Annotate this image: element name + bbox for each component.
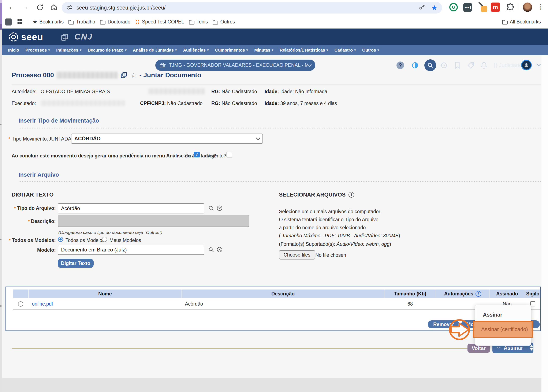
help-icon[interactable]: ? [396,61,405,70]
required-asterisk: * [8,136,10,142]
cpf-row: CPF/CNPJ: Não Cadastrado [140,101,203,106]
bookmark-item-bookmarks[interactable]: ★ Bookmarks [33,19,64,25]
process-number-prefix: Processo 000 [12,71,54,79]
radio-meus-modelos[interactable] [102,237,107,242]
tune-icon[interactable] [66,4,73,12]
apps-grid-icon[interactable] [17,18,23,26]
browser-menu-icon[interactable]: ⋮ [538,3,544,10]
back-icon[interactable]: ← [8,4,15,10]
menu-item-assinar[interactable]: Assinar [483,312,502,318]
nav-item-processos[interactable]: Processos▾ [25,48,50,53]
all-bookmarks[interactable]: All Bookmarks [502,19,541,25]
bookmark-item-outros[interactable]: Outros [212,19,235,25]
chevron-down-icon: ▾ [175,48,177,52]
sim-checkbox[interactable]: ✓ [194,152,200,157]
executado-label: Executado: [12,101,36,106]
nav-item-cadastro[interactable]: Cadastro▾ [334,48,356,53]
tipo-arquivo-input[interactable]: Acórdão [58,203,204,213]
nav-item-decurso-de-prazo[interactable]: Decurso de Prazo▾ [88,48,126,53]
nav-item-outros[interactable]: Outros▾ [362,48,379,53]
bookmark-label: Bookmarks [39,19,64,25]
password-key-icon[interactable] [418,4,426,12]
seeu-gear-icon [8,31,19,42]
row-select-radio[interactable] [18,301,23,307]
radio-todos-label[interactable]: Todos os Modelos [65,238,105,243]
screen: ← → seeu-staging.stg.seeu.pje.jus.br/see… [0,0,548,392]
nav-item-minutas[interactable]: Minutas▾ [254,48,273,53]
bookmarks-separator [28,19,28,25]
url-text[interactable]: seeu-staging.stg.seeu.pje.jus.br/seeu/ [77,5,418,11]
refresh-icon[interactable] [36,3,44,12]
grammarly-extension-icon[interactable]: G [449,3,458,11]
extensions-puzzle-icon[interactable] [506,3,515,13]
tab-group-icon[interactable] [5,18,12,26]
seeu-logo-text: seeu [21,32,43,42]
colorpicker-extension-icon[interactable] [478,2,488,13]
required-asterisk: * [14,206,16,211]
juntada-overlap-icon[interactable] [60,33,69,42]
favorite-star-icon[interactable]: ☆ [130,71,137,79]
court-selector[interactable]: TJMG - GOVERNADOR VALADARES - EXECUCAO P… [155,60,315,71]
no-file-chosen-label: No file chosen [315,252,346,258]
tipo-movimento-select[interactable]: ACÓRDÃO [71,133,263,144]
folder-icon [502,20,508,25]
redacted-process-number [56,72,118,79]
search-icon[interactable] [424,59,436,71]
assinar-options-toggle[interactable] [530,345,534,350]
required-asterisk: * [9,238,11,243]
modelo-input[interactable]: Documento em Branco (Juiz) [58,245,204,255]
search-lookup-icon[interactable] [208,205,214,212]
bookmark-item-tenis[interactable]: Tenis [189,19,208,25]
file-link[interactable]: online.pdf [32,301,53,307]
clear-field-icon[interactable] [216,205,223,212]
nav-item-analise-de-juntadas[interactable]: Análise de Juntadas▾ [133,48,177,53]
menu-item-assinar-certificado[interactable]: Assinar (certificado) [473,321,533,338]
page-scrollbar-area[interactable] [541,55,548,392]
selecionar-line3: a partir do nome do arquivo selecionado. [279,225,367,231]
forward-icon[interactable]: → [22,4,29,10]
bookmark-item-doutorado[interactable]: Doutorado [100,19,130,25]
redacted-value [148,88,205,94]
nav-item-cumprimentos[interactable]: Cumprimentos▾ [215,48,248,53]
address-bar[interactable]: seeu-staging.stg.seeu.pje.jus.br/seeu/ ★ [62,2,442,14]
copy-process-icon[interactable] [120,71,128,79]
history-icon[interactable] [439,61,449,70]
nav-item-audiencias[interactable]: Audiências▾ [183,48,209,53]
selecionar-line5: (Formato(s) Suportado(s): Áudio/Vídeo: w… [279,241,391,247]
profile-chevron-down-icon[interactable] [537,62,541,66]
sigilo-checkbox[interactable] [530,301,535,306]
seeu-logo[interactable]: seeu [8,31,43,42]
choose-files-button[interactable]: Choose files [279,250,315,259]
nav-item-inicio[interactable]: Início [8,48,19,53]
profile-avatar[interactable] [523,3,532,12]
mendeley-extension-icon[interactable]: m [491,3,500,12]
cnj-logo[interactable]: CNJ [74,32,92,42]
info-icon[interactable]: i [349,192,354,198]
folder-icon [189,20,195,25]
bookmark-item-trabalho[interactable]: Trabalho [68,19,95,25]
autoridade-label: Autoridade: [12,89,36,94]
descricao-note: (Obrigatório caso o tipo do documento se… [58,230,162,235]
nav-item-relatorios-estatisticas[interactable]: Relatórios/Estatísticas▾ [280,48,328,53]
bookmark-icon[interactable] [453,61,462,70]
header-tamanho: Tamanho (Kb) [384,289,436,298]
urgente-checkbox[interactable] [226,152,232,157]
tag-icon[interactable] [466,61,476,70]
search-lookup-icon[interactable] [208,246,214,254]
selecionar-arquivos-header: SELECIONAR ARQUIVOS i [279,191,354,198]
radio-meus-label[interactable]: Meus Modelos [109,238,141,243]
home-icon[interactable] [50,3,58,12]
radio-todos-modelos[interactable] [58,237,63,242]
clear-field-icon[interactable] [216,246,223,254]
password-manager-extension-icon[interactable]: ••• [463,3,472,12]
digitar-texto-button[interactable]: Digitar Texto [58,259,94,268]
brightness-icon[interactable] [410,61,420,70]
user-avatar[interactable] [521,60,532,70]
selecionar-line1: Selecione um ou mais arquivos do computa… [279,209,381,215]
notifications-bell-icon[interactable] [479,61,489,70]
info-icon[interactable]: i [476,291,481,297]
bookmark-item-speed-test-copel[interactable]: Speed Test COPEL [135,19,184,25]
assinar-certificado-label: Assinar (certificado) [481,326,528,332]
bookmark-star-icon[interactable]: ★ [431,4,437,11]
nav-item-intimacoes[interactable]: Intimações▾ [56,48,81,53]
